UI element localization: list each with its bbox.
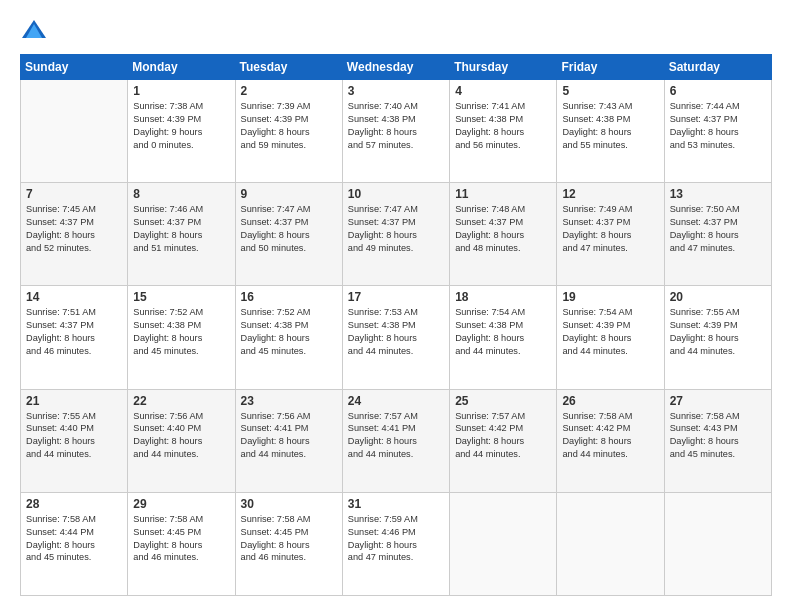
calendar-day-cell: 24Sunrise: 7:57 AM Sunset: 4:41 PM Dayli… <box>342 389 449 492</box>
day-info: Sunrise: 7:43 AM Sunset: 4:38 PM Dayligh… <box>562 100 658 152</box>
day-info: Sunrise: 7:49 AM Sunset: 4:37 PM Dayligh… <box>562 203 658 255</box>
day-number: 10 <box>348 187 444 201</box>
calendar-day-header: Thursday <box>450 55 557 80</box>
day-info: Sunrise: 7:58 AM Sunset: 4:44 PM Dayligh… <box>26 513 122 565</box>
day-info: Sunrise: 7:58 AM Sunset: 4:45 PM Dayligh… <box>133 513 229 565</box>
day-number: 30 <box>241 497 337 511</box>
day-info: Sunrise: 7:55 AM Sunset: 4:40 PM Dayligh… <box>26 410 122 462</box>
calendar-week-row: 14Sunrise: 7:51 AM Sunset: 4:37 PM Dayli… <box>21 286 772 389</box>
day-number: 3 <box>348 84 444 98</box>
day-info: Sunrise: 7:46 AM Sunset: 4:37 PM Dayligh… <box>133 203 229 255</box>
calendar-day-cell: 26Sunrise: 7:58 AM Sunset: 4:42 PM Dayli… <box>557 389 664 492</box>
day-number: 6 <box>670 84 766 98</box>
calendar-day-cell: 3Sunrise: 7:40 AM Sunset: 4:38 PM Daylig… <box>342 80 449 183</box>
calendar-day-cell: 25Sunrise: 7:57 AM Sunset: 4:42 PM Dayli… <box>450 389 557 492</box>
calendar-day-cell: 28Sunrise: 7:58 AM Sunset: 4:44 PM Dayli… <box>21 492 128 595</box>
calendar-week-row: 1Sunrise: 7:38 AM Sunset: 4:39 PM Daylig… <box>21 80 772 183</box>
day-info: Sunrise: 7:45 AM Sunset: 4:37 PM Dayligh… <box>26 203 122 255</box>
day-info: Sunrise: 7:58 AM Sunset: 4:43 PM Dayligh… <box>670 410 766 462</box>
day-info: Sunrise: 7:47 AM Sunset: 4:37 PM Dayligh… <box>348 203 444 255</box>
calendar-day-cell: 17Sunrise: 7:53 AM Sunset: 4:38 PM Dayli… <box>342 286 449 389</box>
day-info: Sunrise: 7:58 AM Sunset: 4:45 PM Dayligh… <box>241 513 337 565</box>
header <box>20 16 772 44</box>
day-number: 15 <box>133 290 229 304</box>
calendar-week-row: 21Sunrise: 7:55 AM Sunset: 4:40 PM Dayli… <box>21 389 772 492</box>
day-info: Sunrise: 7:50 AM Sunset: 4:37 PM Dayligh… <box>670 203 766 255</box>
day-number: 24 <box>348 394 444 408</box>
day-number: 29 <box>133 497 229 511</box>
day-number: 2 <box>241 84 337 98</box>
calendar-week-row: 28Sunrise: 7:58 AM Sunset: 4:44 PM Dayli… <box>21 492 772 595</box>
calendar-day-cell: 4Sunrise: 7:41 AM Sunset: 4:38 PM Daylig… <box>450 80 557 183</box>
calendar-day-cell: 31Sunrise: 7:59 AM Sunset: 4:46 PM Dayli… <box>342 492 449 595</box>
calendar-day-cell: 20Sunrise: 7:55 AM Sunset: 4:39 PM Dayli… <box>664 286 771 389</box>
day-number: 21 <box>26 394 122 408</box>
day-number: 12 <box>562 187 658 201</box>
calendar-day-cell: 18Sunrise: 7:54 AM Sunset: 4:38 PM Dayli… <box>450 286 557 389</box>
page: SundayMondayTuesdayWednesdayThursdayFrid… <box>0 0 792 612</box>
calendar-day-header: Wednesday <box>342 55 449 80</box>
day-number: 7 <box>26 187 122 201</box>
calendar-day-cell: 2Sunrise: 7:39 AM Sunset: 4:39 PM Daylig… <box>235 80 342 183</box>
logo-icon <box>20 16 48 44</box>
day-number: 25 <box>455 394 551 408</box>
calendar-day-cell: 15Sunrise: 7:52 AM Sunset: 4:38 PM Dayli… <box>128 286 235 389</box>
calendar-day-cell: 8Sunrise: 7:46 AM Sunset: 4:37 PM Daylig… <box>128 183 235 286</box>
day-number: 11 <box>455 187 551 201</box>
day-info: Sunrise: 7:39 AM Sunset: 4:39 PM Dayligh… <box>241 100 337 152</box>
day-number: 27 <box>670 394 766 408</box>
calendar-day-cell: 13Sunrise: 7:50 AM Sunset: 4:37 PM Dayli… <box>664 183 771 286</box>
day-info: Sunrise: 7:55 AM Sunset: 4:39 PM Dayligh… <box>670 306 766 358</box>
calendar-day-cell: 14Sunrise: 7:51 AM Sunset: 4:37 PM Dayli… <box>21 286 128 389</box>
day-info: Sunrise: 7:38 AM Sunset: 4:39 PM Dayligh… <box>133 100 229 152</box>
day-info: Sunrise: 7:48 AM Sunset: 4:37 PM Dayligh… <box>455 203 551 255</box>
calendar-day-header: Sunday <box>21 55 128 80</box>
day-number: 17 <box>348 290 444 304</box>
day-info: Sunrise: 7:56 AM Sunset: 4:40 PM Dayligh… <box>133 410 229 462</box>
day-number: 20 <box>670 290 766 304</box>
day-info: Sunrise: 7:53 AM Sunset: 4:38 PM Dayligh… <box>348 306 444 358</box>
day-info: Sunrise: 7:57 AM Sunset: 4:41 PM Dayligh… <box>348 410 444 462</box>
day-info: Sunrise: 7:57 AM Sunset: 4:42 PM Dayligh… <box>455 410 551 462</box>
calendar-day-cell <box>664 492 771 595</box>
day-number: 31 <box>348 497 444 511</box>
day-info: Sunrise: 7:54 AM Sunset: 4:38 PM Dayligh… <box>455 306 551 358</box>
day-number: 8 <box>133 187 229 201</box>
calendar-day-cell: 10Sunrise: 7:47 AM Sunset: 4:37 PM Dayli… <box>342 183 449 286</box>
day-number: 18 <box>455 290 551 304</box>
calendar-day-cell: 11Sunrise: 7:48 AM Sunset: 4:37 PM Dayli… <box>450 183 557 286</box>
calendar-week-row: 7Sunrise: 7:45 AM Sunset: 4:37 PM Daylig… <box>21 183 772 286</box>
calendar-day-cell: 30Sunrise: 7:58 AM Sunset: 4:45 PM Dayli… <box>235 492 342 595</box>
calendar-day-cell: 12Sunrise: 7:49 AM Sunset: 4:37 PM Dayli… <box>557 183 664 286</box>
calendar-day-cell: 21Sunrise: 7:55 AM Sunset: 4:40 PM Dayli… <box>21 389 128 492</box>
calendar-day-cell: 9Sunrise: 7:47 AM Sunset: 4:37 PM Daylig… <box>235 183 342 286</box>
day-number: 5 <box>562 84 658 98</box>
day-info: Sunrise: 7:40 AM Sunset: 4:38 PM Dayligh… <box>348 100 444 152</box>
calendar-day-cell: 5Sunrise: 7:43 AM Sunset: 4:38 PM Daylig… <box>557 80 664 183</box>
day-number: 1 <box>133 84 229 98</box>
calendar-day-header: Saturday <box>664 55 771 80</box>
calendar-day-cell: 6Sunrise: 7:44 AM Sunset: 4:37 PM Daylig… <box>664 80 771 183</box>
day-info: Sunrise: 7:52 AM Sunset: 4:38 PM Dayligh… <box>133 306 229 358</box>
day-number: 14 <box>26 290 122 304</box>
calendar-day-cell <box>21 80 128 183</box>
calendar-day-cell <box>557 492 664 595</box>
day-info: Sunrise: 7:58 AM Sunset: 4:42 PM Dayligh… <box>562 410 658 462</box>
calendar-day-cell: 29Sunrise: 7:58 AM Sunset: 4:45 PM Dayli… <box>128 492 235 595</box>
calendar-day-cell: 1Sunrise: 7:38 AM Sunset: 4:39 PM Daylig… <box>128 80 235 183</box>
calendar-day-cell: 22Sunrise: 7:56 AM Sunset: 4:40 PM Dayli… <box>128 389 235 492</box>
day-number: 28 <box>26 497 122 511</box>
day-number: 9 <box>241 187 337 201</box>
day-number: 26 <box>562 394 658 408</box>
calendar-table: SundayMondayTuesdayWednesdayThursdayFrid… <box>20 54 772 596</box>
calendar-header-row: SundayMondayTuesdayWednesdayThursdayFrid… <box>21 55 772 80</box>
day-info: Sunrise: 7:56 AM Sunset: 4:41 PM Dayligh… <box>241 410 337 462</box>
calendar-day-header: Monday <box>128 55 235 80</box>
calendar-day-header: Tuesday <box>235 55 342 80</box>
calendar-day-header: Friday <box>557 55 664 80</box>
calendar-day-cell: 7Sunrise: 7:45 AM Sunset: 4:37 PM Daylig… <box>21 183 128 286</box>
day-info: Sunrise: 7:52 AM Sunset: 4:38 PM Dayligh… <box>241 306 337 358</box>
day-number: 19 <box>562 290 658 304</box>
day-info: Sunrise: 7:54 AM Sunset: 4:39 PM Dayligh… <box>562 306 658 358</box>
calendar-day-cell: 23Sunrise: 7:56 AM Sunset: 4:41 PM Dayli… <box>235 389 342 492</box>
